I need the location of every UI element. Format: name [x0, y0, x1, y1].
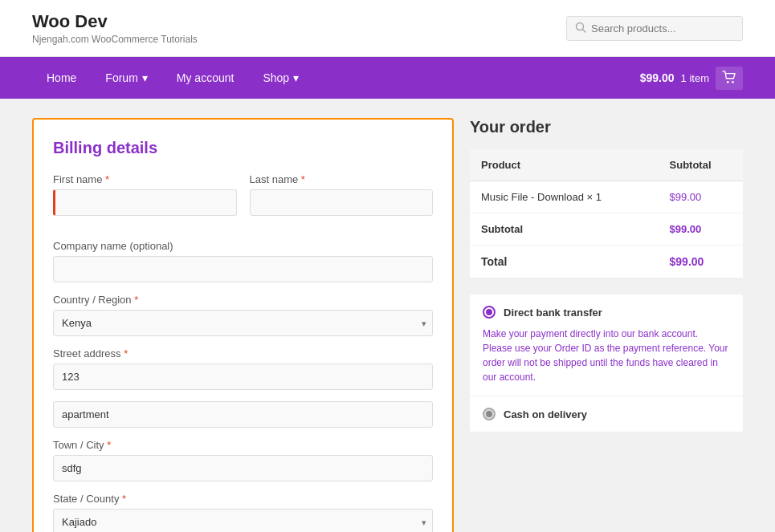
order-title: Your order: [470, 118, 743, 136]
street-input[interactable]: [53, 363, 433, 390]
street-group: Street address *: [53, 347, 433, 390]
product-name: Music File - Download × 1: [470, 181, 659, 213]
total-row: Total $99.00: [470, 246, 743, 278]
required-star: *: [301, 173, 305, 185]
subtotal-label: Subtotal: [470, 213, 659, 246]
country-group: Country / Region * Kenya United States U…: [53, 294, 433, 336]
billing-section: Billing details First name * Last name *…: [32, 118, 454, 532]
payment-methods: Direct bank transfer Make your payment d…: [470, 294, 743, 432]
apartment-input[interactable]: [53, 401, 433, 428]
nav-forum-label: Forum: [105, 71, 137, 84]
required-star: *: [134, 294, 138, 306]
nav-shop[interactable]: Shop ▾: [248, 57, 313, 99]
street-label: Street address *: [53, 347, 433, 359]
first-name-input[interactable]: [53, 189, 237, 216]
order-table: Product Subtotal Music File - Download ×…: [470, 149, 743, 278]
svg-point-3: [732, 80, 734, 83]
cart-widget[interactable]: $99.00 1 item: [640, 67, 743, 90]
payment-cash-delivery: Cash on delivery: [470, 396, 743, 432]
total-label: Total: [470, 246, 659, 278]
country-select[interactable]: Kenya United States United Kingdom: [53, 310, 433, 336]
first-name-label: First name *: [53, 173, 237, 185]
city-label: Town / City *: [53, 439, 433, 451]
direct-bank-header[interactable]: Direct bank transfer: [483, 306, 730, 319]
nav-myaccount[interactable]: My account: [162, 57, 249, 99]
state-group: State / County * Kajiado Nairobi ▾: [53, 493, 433, 532]
direct-bank-description: Make your payment directly into our bank…: [483, 327, 730, 384]
cash-delivery-radio[interactable]: [483, 408, 496, 420]
site-title: Woo Dev: [32, 11, 198, 32]
nav-items: Home Forum ▾ My account Shop ▾: [32, 57, 640, 99]
product-price: $99.00: [659, 181, 743, 213]
total-value: $99.00: [659, 246, 743, 278]
state-select[interactable]: Kajiado Nairobi: [53, 509, 433, 532]
country-label: Country / Region *: [53, 294, 433, 306]
cash-delivery-header[interactable]: Cash on delivery: [483, 408, 730, 420]
nav-home[interactable]: Home: [32, 57, 91, 99]
required-star: *: [122, 493, 126, 505]
required-star: *: [124, 347, 128, 359]
search-icon: [575, 22, 586, 35]
chevron-down-icon: ▾: [142, 71, 148, 84]
col-product: Product: [470, 149, 659, 181]
search-box[interactable]: [566, 16, 743, 41]
search-input[interactable]: [591, 22, 734, 35]
nav-forum[interactable]: Forum ▾: [91, 57, 161, 99]
col-subtotal: Subtotal: [659, 149, 743, 181]
nav-myaccount-label: My account: [177, 71, 235, 84]
order-section: Your order Product Subtotal Music File -…: [470, 118, 743, 532]
city-group: Town / City *: [53, 439, 433, 481]
main-nav: Home Forum ▾ My account Shop ▾ $99.00 1 …: [0, 57, 775, 99]
order-row: Music File - Download × 1 $99.00: [470, 181, 743, 213]
main-content: Billing details First name * Last name *…: [0, 99, 775, 532]
required-star: *: [107, 439, 111, 451]
direct-bank-label: Direct bank transfer: [504, 307, 602, 319]
cash-delivery-label: Cash on delivery: [504, 408, 587, 420]
last-name-label: Last name *: [250, 173, 434, 185]
cart-icon: [716, 67, 743, 90]
svg-point-2: [727, 80, 729, 83]
company-input[interactable]: [53, 256, 433, 282]
chevron-down-icon: ▾: [293, 71, 299, 84]
nav-shop-label: Shop: [263, 71, 289, 84]
name-row: First name * Last name *: [53, 173, 433, 227]
company-group: Company name (optional): [53, 240, 433, 282]
site-header: Woo Dev Njengah.com WooCommerce Tutorial…: [0, 0, 775, 57]
cart-count: 1 item: [681, 72, 709, 84]
cart-amount: $99.00: [640, 71, 675, 84]
required-star: *: [105, 173, 109, 185]
subtotal-row: Subtotal $99.00: [470, 213, 743, 246]
site-logo: Woo Dev Njengah.com WooCommerce Tutorial…: [32, 11, 198, 45]
company-label: Company name (optional): [53, 240, 433, 252]
direct-bank-radio[interactable]: [483, 306, 496, 319]
state-select-wrapper: Kajiado Nairobi ▾: [53, 509, 433, 532]
last-name-group: Last name *: [250, 173, 434, 216]
billing-title: Billing details: [53, 139, 433, 157]
city-input[interactable]: [53, 455, 433, 481]
nav-home-label: Home: [47, 71, 76, 84]
first-name-group: First name *: [53, 173, 237, 216]
svg-line-1: [583, 29, 586, 32]
site-subtitle: Njengah.com WooCommerce Tutorials: [32, 34, 198, 45]
subtotal-value: $99.00: [659, 213, 743, 246]
last-name-input[interactable]: [250, 189, 434, 216]
apartment-group: [53, 401, 433, 428]
payment-direct-bank: Direct bank transfer Make your payment d…: [470, 294, 743, 396]
state-label: State / County *: [53, 493, 433, 505]
country-select-wrapper: Kenya United States United Kingdom ▾: [53, 310, 433, 336]
